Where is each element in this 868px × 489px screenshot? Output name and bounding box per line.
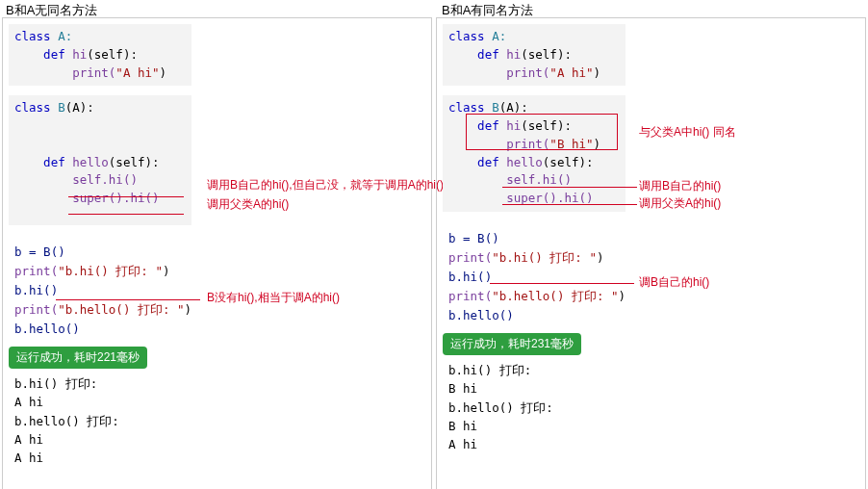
right-success-badge: 运行成功，耗时231毫秒 xyxy=(443,333,581,355)
right-panel: class A: def hi(self): print("A hi") cla… xyxy=(436,17,866,489)
left-code-classA: class A: def hi(self): print("A hi") xyxy=(9,24,191,86)
left-annot-bhi: B没有hi(),相当于调A的hi() xyxy=(207,290,340,306)
left-success-badge: 运行成功，耗时221毫秒 xyxy=(9,347,147,369)
left-annot-superhi: 调用父类A的hi() xyxy=(207,196,289,213)
left-panel: class A: def hi(self): print("A hi") cla… xyxy=(2,17,432,489)
right-annot-selfhi: 调用B自己的hi() xyxy=(639,178,721,194)
left-code-classB: class B(A): def hello(self): self.hi() s… xyxy=(9,95,191,225)
right-annot-superhi: 调用父类A的hi() xyxy=(639,195,721,212)
left-panel-title: B和A无同名方法 xyxy=(0,0,432,17)
left-annot-selfhi: 调用B自己的hi(),但自己没，就等于调用A的hi() xyxy=(207,177,444,193)
right-annot-bhi: 调B自己的hi() xyxy=(639,274,709,291)
left-output: b.hi() 打印: A hi b.hello() 打印: A hi A hi xyxy=(9,373,425,470)
right-code-classA: class A: def hi(self): print("A hi") xyxy=(443,24,625,86)
right-panel-title: B和A有同名方法 xyxy=(432,0,868,17)
right-output: b.hi() 打印: B hi b.hello() 打印: B hi A hi xyxy=(443,359,859,456)
right-annot-sameName: 与父类A中hi() 同名 xyxy=(639,124,736,141)
